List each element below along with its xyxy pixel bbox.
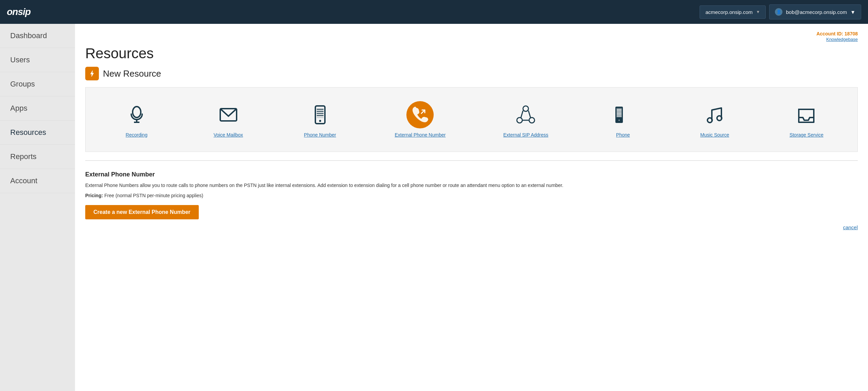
domain-label: acmecorp.onsip.com xyxy=(705,9,752,15)
sidebar-item-dashboard[interactable]: Dashboard xyxy=(0,24,75,48)
page-title: Resources xyxy=(85,45,858,62)
header: onsip acmecorp.onsip.com ▼ 👤 bob@acmecor… xyxy=(0,0,868,24)
svg-point-13 xyxy=(529,118,535,123)
user-email-label: bob@acmecorp.onsip.com xyxy=(786,9,847,15)
svg-line-15 xyxy=(528,111,530,118)
recording-icon-wrapper xyxy=(123,101,150,128)
resource-voice-mailbox[interactable]: Voice Mailbox xyxy=(208,98,249,141)
svg-line-14 xyxy=(521,111,523,118)
user-chevron-icon: ▼ xyxy=(850,9,855,15)
resource-storage-service[interactable]: Storage Service xyxy=(786,98,827,141)
sidebar-item-account[interactable]: Account xyxy=(0,169,75,193)
pricing-info: Pricing: Free (normal PSTN per-minute pr… xyxy=(85,193,858,198)
knowledgebase-link[interactable]: Knowledgebase xyxy=(85,37,858,42)
description-title: External Phone Number xyxy=(85,171,858,178)
section-divider xyxy=(85,160,858,161)
header-controls: acmecorp.onsip.com ▼ 👤 bob@acmecorp.onsi… xyxy=(700,4,861,19)
music-source-icon-wrapper xyxy=(701,101,728,128)
account-info: Account ID: 18708 Knowledgebase xyxy=(85,31,858,42)
svg-point-25 xyxy=(618,120,620,121)
account-id: Account ID: 18708 xyxy=(817,31,858,36)
resource-phone[interactable]: Phone xyxy=(602,98,643,141)
svg-point-12 xyxy=(517,118,522,123)
create-external-phone-number-button[interactable]: Create a new External Phone Number xyxy=(85,205,199,219)
resource-selector: Recording Voice Mailbox xyxy=(85,87,858,152)
resource-recording[interactable]: Recording xyxy=(116,98,157,141)
domain-dropdown[interactable]: acmecorp.onsip.com ▼ xyxy=(700,5,766,19)
description-section: External Phone Number External Phone Num… xyxy=(85,168,858,237)
resource-icons-grid: Recording Voice Mailbox xyxy=(92,98,851,141)
pricing-label: Pricing: xyxy=(85,193,103,198)
voice-mailbox-label: Voice Mailbox xyxy=(213,132,243,138)
user-dropdown[interactable]: 👤 bob@acmecorp.onsip.com ▼ xyxy=(769,4,861,19)
music-source-label: Music Source xyxy=(700,132,729,138)
sidebar-item-groups[interactable]: Groups xyxy=(0,72,75,96)
resource-external-sip[interactable]: External SIP Address xyxy=(500,98,552,141)
new-resource-bar: New Resource xyxy=(85,67,858,80)
sidebar-item-users[interactable]: Users xyxy=(0,48,75,72)
new-resource-title: New Resource xyxy=(103,68,161,79)
external-phone-number-label: External Phone Number xyxy=(395,132,446,138)
resource-external-phone-number[interactable]: External Phone Number xyxy=(391,98,449,141)
sidebar: Dashboard Users Groups Apps Resources Re… xyxy=(0,24,75,391)
voice-mailbox-icon-wrapper xyxy=(215,101,242,128)
external-sip-icon-wrapper xyxy=(512,101,539,128)
svg-point-10 xyxy=(319,120,321,122)
storage-service-label: Storage Service xyxy=(790,132,824,138)
phone-number-label: Phone Number xyxy=(304,132,336,138)
new-resource-icon xyxy=(85,67,99,80)
sidebar-item-reports[interactable]: Reports xyxy=(0,145,75,169)
recording-label: Recording xyxy=(126,132,148,138)
description-text: External Phone Numbers allow you to rout… xyxy=(85,182,858,189)
external-sip-label: External SIP Address xyxy=(503,132,548,138)
main-content: Account ID: 18708 Knowledgebase Resource… xyxy=(75,24,868,391)
resource-music-source[interactable]: Music Source xyxy=(694,98,735,141)
storage-service-icon-wrapper xyxy=(793,101,820,128)
sidebar-item-resources[interactable]: Resources xyxy=(0,121,75,145)
domain-chevron-icon: ▼ xyxy=(756,10,760,14)
pricing-value: Free (normal PSTN per-minute pricing app… xyxy=(104,193,203,198)
resource-phone-number[interactable]: Phone Number xyxy=(300,98,341,141)
cancel-link[interactable]: cancel xyxy=(85,224,858,230)
external-phone-number-icon-wrapper xyxy=(406,101,434,128)
phone-icon-wrapper xyxy=(609,101,637,128)
logo: onsip xyxy=(7,6,31,17)
sidebar-item-apps[interactable]: Apps xyxy=(0,96,75,121)
svg-point-11 xyxy=(523,106,528,111)
page-layout: Dashboard Users Groups Apps Resources Re… xyxy=(0,24,868,391)
user-avatar-icon: 👤 xyxy=(775,8,782,16)
phone-number-icon-wrapper xyxy=(306,101,334,128)
svg-point-0 xyxy=(133,107,141,118)
phone-label: Phone xyxy=(616,132,630,138)
